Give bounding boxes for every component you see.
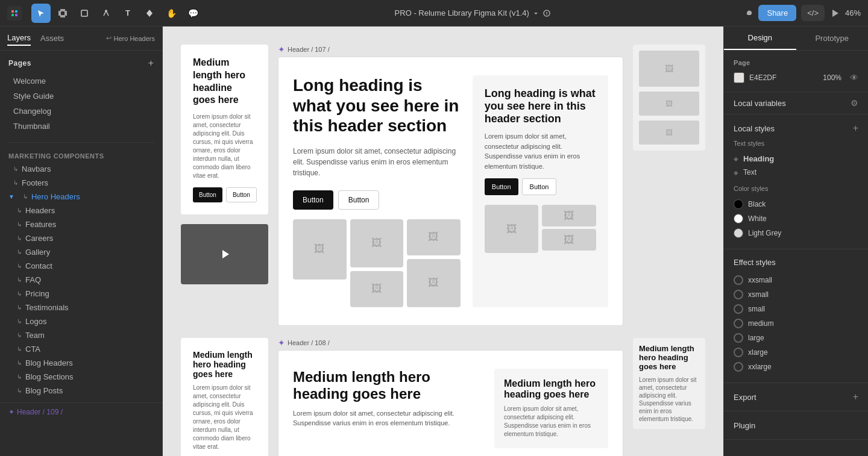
- narrow-img-3: 🖼: [639, 120, 699, 145]
- style-black[interactable]: Black: [734, 197, 858, 211]
- effect-medium-label: medium: [748, 319, 774, 328]
- tab-layers[interactable]: Layers: [7, 31, 31, 46]
- local-variables-row: Local variables ⚙: [724, 92, 868, 114]
- sidebar-item-headers[interactable]: ↳ Headers: [0, 204, 162, 217]
- page-color-swatch[interactable]: [734, 72, 744, 83]
- hero-107-right-btn-primary[interactable]: Button: [485, 178, 518, 195]
- nav-arrow-hero: ↳: [23, 193, 28, 200]
- effect-small[interactable]: small: [734, 302, 858, 316]
- sub-arrow-cta: ↳: [17, 346, 22, 352]
- share-button[interactable]: Share: [758, 5, 796, 21]
- frame-107-container: ✦ Header / 107 / Long heading is what yo…: [278, 45, 623, 326]
- sidebar-item-blog-posts[interactable]: ↳ Blog Posts: [0, 384, 162, 398]
- tab-assets[interactable]: Assets: [40, 31, 64, 45]
- hero-108-side-heading: Medium length hero heading goes here: [504, 378, 599, 400]
- hand-tool[interactable]: ✋: [162, 4, 181, 23]
- sidebar-item-features[interactable]: ↳ Features: [0, 217, 162, 231]
- sidebar-item-logos[interactable]: ↳ Logos: [0, 314, 162, 328]
- visibility-icon[interactable]: 👁: [850, 73, 858, 83]
- effect-styles-title: Effect styles: [734, 258, 776, 267]
- page-color-hex: E4E2DF: [749, 73, 776, 82]
- sidebar-item-gallery[interactable]: ↳ Gallery: [0, 245, 162, 259]
- local-variables-icon[interactable]: ⚙: [851, 98, 858, 108]
- color-styles-label: Color styles: [734, 185, 858, 192]
- select-tool[interactable]: [31, 4, 51, 23]
- page-thumbnail[interactable]: Thumbnail: [8, 119, 154, 134]
- effect-xsmall[interactable]: xsmall: [734, 287, 858, 302]
- sidebar-item-pricing[interactable]: ↳ Pricing: [0, 287, 162, 301]
- label-footers: Footers: [22, 178, 48, 187]
- sidebar-item-hero-headers[interactable]: ▼ ↳ Hero Headers: [0, 190, 162, 204]
- export-label: Export: [734, 393, 756, 402]
- effect-large[interactable]: large: [734, 331, 858, 345]
- breadcrumb-label: Hero Headers: [114, 35, 155, 42]
- effect-xsmall-icon: [734, 290, 743, 299]
- page-welcome[interactable]: Welcome: [8, 73, 154, 89]
- panel-tabs: Layers Assets ↩ Hero Headers: [0, 27, 162, 51]
- effect-medium[interactable]: medium: [734, 316, 858, 331]
- small-btns-1: Button Button: [193, 187, 256, 202]
- sidebar-item-careers[interactable]: ↳ Careers: [0, 231, 162, 245]
- img-107-5: 🖼: [407, 259, 461, 307]
- pen-tool[interactable]: [96, 4, 116, 23]
- style-white[interactable]: White: [734, 211, 858, 226]
- play-icon[interactable]: [829, 8, 840, 19]
- small-hero-h2-1: Medium length hero headline goes here: [193, 57, 256, 107]
- hero-107-btn-secondary[interactable]: Button: [338, 190, 380, 210]
- add-page-button[interactable]: +: [148, 58, 154, 69]
- effect-xlarge[interactable]: xlarge: [734, 345, 858, 360]
- sidebar-item-contact[interactable]: ↳ Contact: [0, 259, 162, 273]
- add-export-button[interactable]: +: [853, 392, 858, 402]
- page-changelog[interactable]: Changelog: [8, 104, 154, 119]
- sidebar-item-testimonials[interactable]: ↳ Testimonials: [0, 301, 162, 314]
- effect-xxsmall[interactable]: xxsmall: [734, 273, 858, 287]
- black-swatch: [734, 199, 743, 209]
- text-tool[interactable]: T: [118, 4, 137, 23]
- frame-tool[interactable]: [53, 4, 72, 23]
- hero-107-right-btn-secondary[interactable]: Button: [522, 178, 557, 195]
- effect-xxlarge[interactable]: xxlarge: [734, 360, 858, 374]
- add-style-button[interactable]: +: [853, 123, 858, 134]
- page-style-guide[interactable]: Style Guide: [8, 89, 154, 104]
- label-navbars: Navbars: [22, 164, 51, 173]
- effect-xlarge-label: xlarge: [748, 348, 768, 357]
- selected-frame-indicator: ✦ Header / 109 /: [0, 402, 162, 421]
- figma-logo[interactable]: [7, 6, 22, 20]
- heading-dot: ◆: [734, 155, 738, 162]
- sidebar-item-navbars[interactable]: ↳ Navbars: [0, 162, 162, 176]
- black-label: Black: [748, 200, 766, 208]
- hero-107-btn-primary[interactable]: Button: [293, 190, 333, 210]
- zoom-level[interactable]: 46%: [845, 8, 861, 17]
- component-tool[interactable]: [140, 4, 159, 23]
- document-title[interactable]: PRO - Relume Library Figma Kit (v1.4): [207, 8, 738, 17]
- style-text[interactable]: ◆ Text: [734, 166, 858, 179]
- small-btn-primary-1[interactable]: Button: [193, 187, 222, 202]
- effect-xxlarge-icon: [734, 362, 743, 372]
- hero-107-left: Long heading is what you see here in thi…: [293, 75, 461, 307]
- sidebar-item-blog-headers[interactable]: ↳ Blog Headers: [0, 356, 162, 370]
- sidebar-item-team[interactable]: ↳ Team: [0, 328, 162, 342]
- style-heading[interactable]: ◆ Heading: [734, 152, 858, 166]
- sidebar-item-footers[interactable]: ↳ Footers: [0, 176, 162, 190]
- tab-prototype[interactable]: Prototype: [796, 27, 869, 50]
- tab-design[interactable]: Design: [724, 27, 796, 50]
- svg-rect-2: [11, 14, 14, 16]
- frame-107-text: Header / 107 /: [288, 46, 330, 53]
- style-lightgrey[interactable]: Light Grey: [734, 226, 858, 240]
- canvas-area[interactable]: Medium length hero headline goes here Lo…: [163, 27, 723, 456]
- sidebar-item-blog-sections[interactable]: ↳ Blog Sections: [0, 370, 162, 384]
- breadcrumb-icon[interactable]: ↩: [106, 34, 112, 42]
- svg-rect-0: [11, 10, 14, 13]
- img-107-4: 🖼: [407, 219, 461, 255]
- shape-tool[interactable]: [75, 4, 94, 23]
- lightgrey-label: Light Grey: [748, 229, 781, 237]
- frame-107-dot: ✦: [278, 45, 285, 54]
- sidebar-item-faq[interactable]: ↳ FAQ: [0, 273, 162, 287]
- code-button[interactable]: </>: [801, 5, 825, 21]
- comment-tool[interactable]: 💬: [183, 4, 203, 23]
- video-placeholder[interactable]: [181, 224, 268, 284]
- sidebar-item-cta[interactable]: ↳ CTA: [0, 342, 162, 356]
- right-img-col: 🖼 🖼: [542, 205, 596, 253]
- label-blog-posts: Blog Posts: [25, 386, 63, 395]
- small-btn-secondary-1[interactable]: Button: [226, 187, 257, 202]
